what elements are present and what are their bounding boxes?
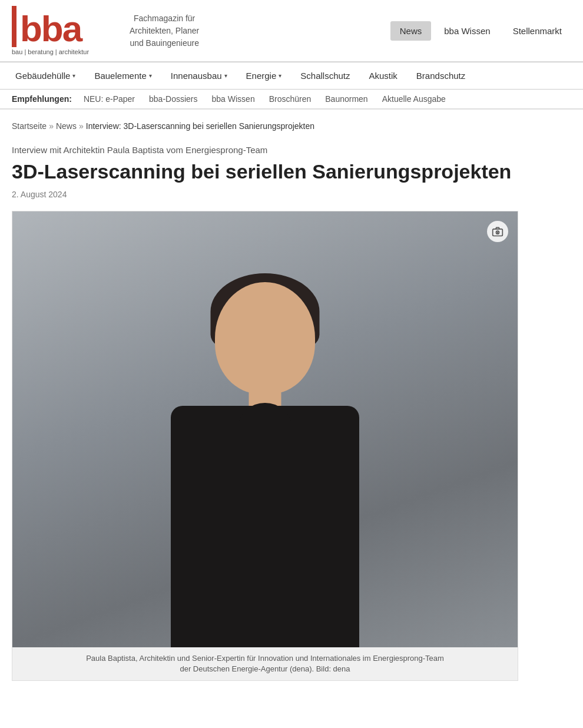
breadcrumb: Startseite » News » Interview: 3D-Lasers… xyxy=(12,121,518,131)
breadcrumb-home[interactable]: Startseite xyxy=(12,121,47,131)
sub-nav-epaper[interactable]: NEU: e-Paper xyxy=(78,94,141,104)
top-nav: News bba Wissen Stellenmarkt xyxy=(390,21,571,41)
breadcrumb-news[interactable]: News xyxy=(56,121,77,131)
article-subtitle: Interview mit Architektin Paula Baptista… xyxy=(12,145,518,155)
site-tagline: Fachmagazin fürArchitekten, Planerund Ba… xyxy=(130,12,199,49)
site-header: bba bau | beratung | architektur Fachmag… xyxy=(0,0,583,109)
nav-innenausbau[interactable]: Innenausbau ▾ xyxy=(161,62,237,89)
nav-bauelemente[interactable]: Bauelemente ▾ xyxy=(85,62,161,89)
nav-energie[interactable]: Energie ▾ xyxy=(237,62,292,89)
main-content: Startseite » News » Interview: 3D-Lasers… xyxy=(0,110,530,704)
sub-nav-dossiers[interactable]: bba-Dossiers xyxy=(143,94,203,104)
breadcrumb-current: Interview: 3D-Laserscanning bei serielle… xyxy=(86,121,314,131)
logo-subtitle: bau | beratung | architektur xyxy=(12,48,106,55)
chevron-down-icon: ▾ xyxy=(279,72,281,79)
article-title: 3D-Laserscanning bei seriellen Sanierung… xyxy=(12,160,518,184)
logo-red-bar xyxy=(12,6,16,47)
article-date: 2. August 2024 xyxy=(12,190,518,199)
sub-nav: Empfehlungen: NEU: e-Paper bba-Dossiers … xyxy=(0,90,583,109)
nav-akustik[interactable]: Akustik xyxy=(360,62,407,89)
nav-bba-wissen[interactable]: bba Wissen xyxy=(435,21,499,41)
chevron-down-icon: ▾ xyxy=(224,72,227,79)
sub-nav-label: Empfehlungen: xyxy=(12,94,72,104)
nav-brandschutz[interactable]: Brandschutz xyxy=(407,62,475,89)
nav-schallschutz[interactable]: Schallschutz xyxy=(291,62,359,89)
sub-nav-broschueren[interactable]: Broschüren xyxy=(263,94,317,104)
breadcrumb-separator-2: » xyxy=(79,121,84,131)
logo-text: bba xyxy=(20,11,81,47)
nav-stellenmarkt[interactable]: Stellenmarkt xyxy=(504,21,571,41)
article-header: Interview mit Architektin Paula Baptista… xyxy=(12,145,518,199)
logo[interactable]: bba xyxy=(12,6,106,47)
sub-nav-baunormen[interactable]: Baunormen xyxy=(319,94,373,104)
logo-area: bba bau | beratung | architektur xyxy=(12,6,106,55)
chevron-down-icon: ▾ xyxy=(72,72,75,79)
breadcrumb-separator-1: » xyxy=(49,121,54,131)
sub-nav-wissen[interactable]: bba Wissen xyxy=(206,94,261,104)
article-image xyxy=(12,211,518,647)
article-image-wrapper: Paula Baptista, Architektin und Senior-E… xyxy=(12,211,518,681)
person-figure xyxy=(141,247,389,647)
svg-point-2 xyxy=(497,231,499,233)
chevron-down-icon: ▾ xyxy=(149,72,152,79)
article-image-caption: Paula Baptista, Architektin und Senior-E… xyxy=(12,647,518,680)
person-collar xyxy=(238,403,292,450)
nav-gebaeudehuelle[interactable]: Gebäudehülle ▾ xyxy=(6,62,85,89)
main-nav: Gebäudehülle ▾ Bauelemente ▾ Innenausbau… xyxy=(0,62,583,90)
person-head xyxy=(215,282,315,394)
camera-icon[interactable] xyxy=(487,221,508,242)
sub-nav-ausgabe[interactable]: Aktuelle Ausgabe xyxy=(376,94,452,104)
nav-news[interactable]: News xyxy=(390,21,432,41)
